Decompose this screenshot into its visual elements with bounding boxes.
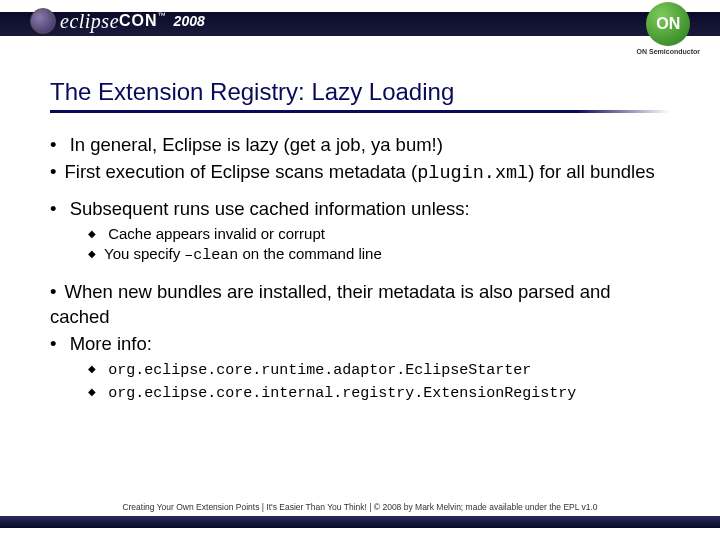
bullet-l2: org.eclipse.core.runtime.adaptor.Eclipse… — [88, 359, 670, 381]
slide-title: The Extension Registry: Lazy Loading — [50, 78, 670, 106]
bullet-l2: org.eclipse.core.internal.registry.Exten… — [88, 382, 670, 404]
bullet-l2: You specify –clean on the command line — [88, 244, 670, 266]
slide-header: eclipse CON ™ 2008 ON ON Semiconductor — [0, 0, 720, 60]
sponsor-subtext: ON Semiconductor — [637, 48, 700, 55]
bullet-text-mono: –clean — [184, 247, 238, 264]
bullet-marker — [50, 161, 64, 182]
bullet-l1: First execution of Eclipse scans metadat… — [50, 160, 670, 187]
bullet-marker — [88, 245, 104, 262]
bullet-text-part: ) for all bundles — [528, 161, 654, 182]
bullet-l1: More info: — [50, 332, 670, 357]
bullet-text-mono: plugin.xml — [417, 163, 528, 184]
bullet-list: In general, Eclipse is lazy (get a job, … — [50, 133, 670, 404]
eclipse-brand-text: eclipse — [60, 10, 119, 33]
trademark: ™ — [158, 11, 166, 20]
bullet-l1: When new bundles are installed, their me… — [50, 280, 670, 330]
bullet-text-part: First execution of Eclipse scans metadat… — [64, 161, 417, 182]
footer-text: Creating Your Own Extension Points | It'… — [0, 502, 720, 528]
bullet-text-mono: org.eclipse.core.runtime.adaptor.Eclipse… — [108, 362, 531, 379]
title-underline — [50, 110, 670, 113]
eclipse-logo: eclipse CON ™ 2008 — [30, 8, 205, 34]
bullet-l2: Cache appears invalid or corrupt — [88, 224, 670, 244]
sponsor-logo: ON ON Semiconductor — [637, 2, 700, 55]
bullet-text: Subsequent runs use cached information u… — [70, 198, 470, 219]
bullet-text: Cache appears invalid or corrupt — [108, 225, 325, 242]
bullet-marker — [50, 281, 64, 302]
bullet-l1: Subsequent runs use cached information u… — [50, 197, 670, 222]
eclipse-icon — [30, 8, 56, 34]
bullet-text: In general, Eclipse is lazy (get a job, … — [70, 134, 443, 155]
bullet-text: When new bundles are installed, their me… — [50, 281, 611, 327]
bullet-text-mono: org.eclipse.core.internal.registry.Exten… — [108, 385, 576, 402]
slide-content: The Extension Registry: Lazy Loading In … — [0, 60, 720, 404]
on-logo-icon: ON — [646, 2, 690, 46]
bullet-text: More info: — [70, 333, 152, 354]
bullet-text-part: You specify — [104, 245, 184, 262]
bullet-l1: In general, Eclipse is lazy (get a job, … — [50, 133, 670, 158]
bullet-text-part: on the command line — [238, 245, 381, 262]
slide-footer: Creating Your Own Extension Points | It'… — [0, 502, 720, 528]
eclipse-con-text: CON — [119, 12, 158, 30]
year-badge: 2008 — [174, 13, 205, 29]
